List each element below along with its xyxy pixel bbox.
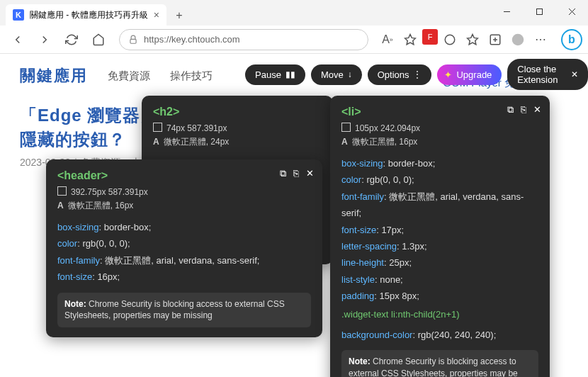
svg-point-6	[445, 35, 455, 45]
svg-marker-5	[405, 34, 416, 44]
tooltip-props: box-sizing: border-box;color: rgb(0, 0, …	[341, 155, 538, 305]
copy-icon[interactable]: ⎘	[521, 104, 526, 116]
tab-close-icon[interactable]: ×	[154, 9, 159, 21]
read-aloud-icon[interactable]: A»	[377, 29, 398, 50]
svg-marker-7	[468, 34, 478, 44]
lock-icon	[128, 35, 138, 45]
address-bar[interactable]: https://key.chtouch.com	[119, 29, 368, 50]
window-close-button[interactable]	[555, 0, 588, 23]
browser-toolbar: https://key.chtouch.com A» F ⋯ b	[0, 26, 588, 54]
nav-item-resources[interactable]: 免費資源	[108, 69, 150, 83]
inspector-tooltip-li: ⧉ ⎘ ✕ <li> 105px 242.094px 微軟正黑體, 16px b…	[330, 96, 550, 377]
window-minimize-button[interactable]	[490, 0, 523, 23]
pause-button[interactable]: Pause▮▮	[245, 64, 305, 85]
options-button[interactable]: Options⋮	[368, 64, 432, 85]
menu-icon[interactable]: ⋯	[530, 29, 551, 50]
tab-title: 關鍵應用 - 軟體應用技巧再升級	[30, 9, 148, 21]
browser-tab[interactable]: K 關鍵應用 - 軟體應用技巧再升級 ×	[6, 4, 166, 26]
tooltip-note: Note: Chrome Security is blocking access…	[57, 293, 311, 328]
pause-icon: ▮▮	[285, 69, 295, 79]
tooltip-dimensions: 105px 242.094px	[341, 123, 538, 133]
tooltip-tag: <header>	[57, 169, 311, 182]
collections-icon[interactable]	[485, 29, 506, 50]
site-title[interactable]: 關鍵應用	[20, 65, 88, 86]
tooltip-selector: .widget-text li:nth-child(2n+1)	[341, 309, 538, 320]
close-extension-button[interactable]: Close the Extension✕	[507, 59, 588, 90]
tooltip-props: box-sizing: border-box;color: rgb(0, 0, …	[57, 219, 311, 286]
tooltip-dimensions: 392.75px 587.391px	[57, 186, 311, 197]
close-icon[interactable]: ✕	[533, 104, 541, 116]
svg-point-11	[512, 33, 524, 45]
close-icon[interactable]: ✕	[306, 168, 314, 179]
tooltip-font: 微軟正黑體, 24px	[153, 136, 322, 148]
svg-rect-1	[536, 9, 542, 14]
close-icon: ✕	[571, 69, 578, 79]
kebab-icon: ⋮	[413, 69, 422, 79]
inspector-tooltip-header: ⧉ ⎘ ✕ <header> 392.75px 587.391px 微軟正黑體,…	[46, 159, 322, 337]
refresh-button[interactable]	[60, 28, 84, 52]
tab-strip: K 關鍵應用 - 軟體應用技巧再升級 × +	[0, 0, 588, 26]
popout-icon[interactable]: ⧉	[280, 168, 286, 179]
home-button[interactable]	[86, 28, 111, 52]
profile-icon[interactable]	[507, 29, 528, 50]
tooltip-font: 微軟正黑體, 16px	[57, 200, 311, 212]
tooltip-dimensions: 74px 587.391px	[153, 123, 322, 133]
move-button[interactable]: Move↓	[311, 64, 362, 85]
tooltip-tag: <h2>	[153, 106, 322, 118]
copy-icon[interactable]: ⎘	[293, 168, 299, 179]
forward-button[interactable]	[33, 28, 57, 52]
favorite-icon[interactable]	[400, 29, 421, 50]
url-text: https://key.chtouch.com	[144, 34, 240, 45]
favorites-bar-icon[interactable]	[462, 29, 483, 50]
nav-item-tips[interactable]: 操作技巧	[170, 69, 213, 83]
lightning-icon: ✦	[444, 69, 452, 80]
tooltip-selector-props: background-color: rgb(240, 240, 240);	[341, 327, 538, 343]
extension-action-bar: Pause▮▮ Move↓ Options⋮ ✦Upgrade Close th…	[245, 59, 588, 90]
window-maximize-button[interactable]	[523, 0, 555, 23]
extension-icon[interactable]	[439, 29, 460, 50]
bing-chat-icon[interactable]: b	[561, 29, 582, 50]
new-tab-button[interactable]: +	[169, 6, 189, 26]
extension-flipboard-icon[interactable]: F	[422, 29, 438, 45]
upgrade-button[interactable]: ✦Upgrade	[437, 64, 502, 85]
tooltip-note: Note: Chrome Security is blocking access…	[341, 350, 538, 377]
popout-icon[interactable]: ⧉	[507, 104, 514, 116]
svg-rect-4	[130, 39, 136, 43]
tab-favicon: K	[13, 9, 24, 21]
back-button[interactable]	[6, 28, 30, 52]
arrow-down-icon: ↓	[348, 69, 352, 79]
tooltip-font: 微軟正黑體, 16px	[341, 136, 538, 148]
